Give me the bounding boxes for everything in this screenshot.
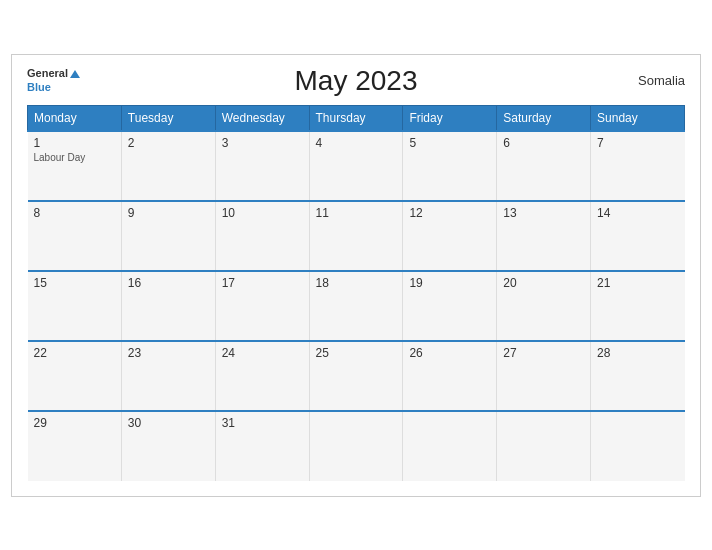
col-friday: Friday (403, 105, 497, 131)
day-cell: 26 (403, 341, 497, 411)
day-number: 9 (128, 206, 209, 220)
weekday-header-row: Monday Tuesday Wednesday Thursday Friday… (28, 105, 685, 131)
month-title: May 2023 (295, 65, 418, 97)
col-monday: Monday (28, 105, 122, 131)
day-cell: 30 (121, 411, 215, 481)
day-number: 31 (222, 416, 303, 430)
day-number: 5 (409, 136, 490, 150)
day-number: 2 (128, 136, 209, 150)
day-cell: 22 (28, 341, 122, 411)
day-number: 8 (34, 206, 115, 220)
day-cell: 23 (121, 341, 215, 411)
calendar-table: Monday Tuesday Wednesday Thursday Friday… (27, 105, 685, 481)
day-cell: 24 (215, 341, 309, 411)
day-number: 17 (222, 276, 303, 290)
day-cell: 1Labour Day (28, 131, 122, 201)
week-row-5: 293031 (28, 411, 685, 481)
day-cell: 27 (497, 341, 591, 411)
day-cell: 7 (591, 131, 685, 201)
country-label: Somalia (638, 73, 685, 88)
day-number: 26 (409, 346, 490, 360)
day-number: 3 (222, 136, 303, 150)
day-cell: 18 (309, 271, 403, 341)
day-number: 27 (503, 346, 584, 360)
day-cell: 15 (28, 271, 122, 341)
day-event: Labour Day (34, 152, 115, 163)
day-cell: 5 (403, 131, 497, 201)
day-number: 7 (597, 136, 678, 150)
logo: General Blue (27, 67, 80, 93)
col-sunday: Sunday (591, 105, 685, 131)
day-number: 18 (316, 276, 397, 290)
logo-general-text: General (27, 67, 80, 80)
day-number: 25 (316, 346, 397, 360)
day-cell (309, 411, 403, 481)
day-number: 15 (34, 276, 115, 290)
day-number: 19 (409, 276, 490, 290)
day-number: 12 (409, 206, 490, 220)
day-number: 6 (503, 136, 584, 150)
logo-triangle-icon (70, 70, 80, 78)
day-cell: 28 (591, 341, 685, 411)
day-cell (591, 411, 685, 481)
day-cell: 13 (497, 201, 591, 271)
day-cell: 9 (121, 201, 215, 271)
day-cell: 3 (215, 131, 309, 201)
day-cell: 6 (497, 131, 591, 201)
calendar-header: General Blue May 2023 Somalia (27, 65, 685, 97)
day-cell: 25 (309, 341, 403, 411)
day-cell: 16 (121, 271, 215, 341)
day-cell: 8 (28, 201, 122, 271)
day-number: 30 (128, 416, 209, 430)
day-cell: 12 (403, 201, 497, 271)
day-cell (403, 411, 497, 481)
day-number: 29 (34, 416, 115, 430)
day-cell: 20 (497, 271, 591, 341)
day-number: 16 (128, 276, 209, 290)
day-cell (497, 411, 591, 481)
day-cell: 21 (591, 271, 685, 341)
calendar-body: 1Labour Day23456789101112131415161718192… (28, 131, 685, 481)
day-cell: 4 (309, 131, 403, 201)
day-cell: 14 (591, 201, 685, 271)
day-number: 24 (222, 346, 303, 360)
day-number: 22 (34, 346, 115, 360)
day-number: 1 (34, 136, 115, 150)
day-number: 23 (128, 346, 209, 360)
day-number: 10 (222, 206, 303, 220)
col-tuesday: Tuesday (121, 105, 215, 131)
week-row-4: 22232425262728 (28, 341, 685, 411)
logo-blue-text: Blue (27, 81, 80, 94)
col-thursday: Thursday (309, 105, 403, 131)
col-saturday: Saturday (497, 105, 591, 131)
week-row-1: 1Labour Day234567 (28, 131, 685, 201)
day-number: 13 (503, 206, 584, 220)
day-cell: 11 (309, 201, 403, 271)
day-number: 20 (503, 276, 584, 290)
day-cell: 2 (121, 131, 215, 201)
day-cell: 10 (215, 201, 309, 271)
day-cell: 17 (215, 271, 309, 341)
day-cell: 31 (215, 411, 309, 481)
calendar-container: General Blue May 2023 Somalia Monday Tue… (11, 54, 701, 497)
week-row-2: 891011121314 (28, 201, 685, 271)
week-row-3: 15161718192021 (28, 271, 685, 341)
day-number: 28 (597, 346, 678, 360)
col-wednesday: Wednesday (215, 105, 309, 131)
day-cell: 19 (403, 271, 497, 341)
day-cell: 29 (28, 411, 122, 481)
day-number: 14 (597, 206, 678, 220)
calendar-thead: Monday Tuesday Wednesday Thursday Friday… (28, 105, 685, 131)
day-number: 4 (316, 136, 397, 150)
day-number: 11 (316, 206, 397, 220)
day-number: 21 (597, 276, 678, 290)
